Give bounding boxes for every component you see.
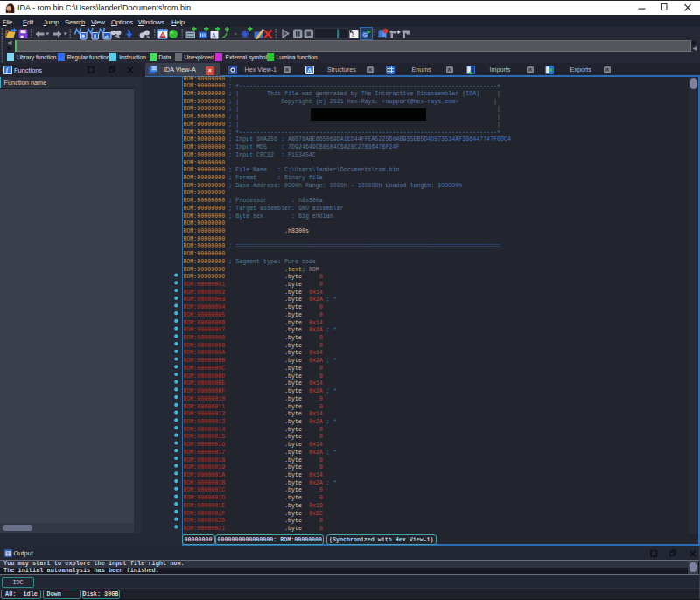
svg-text:A: A [307,66,312,74]
svg-text:G: G [363,32,368,38]
svg-text:A: A [212,32,216,38]
svg-text:ab: ab [104,34,109,39]
